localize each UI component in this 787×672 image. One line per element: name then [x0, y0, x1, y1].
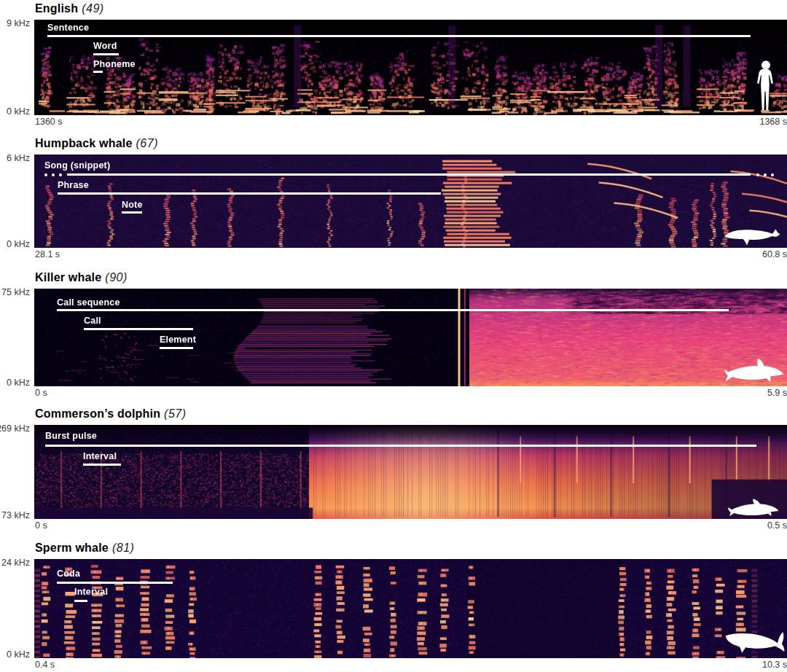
annotation-label-coda: Coda: [57, 569, 80, 579]
annotation-label-song-snippet-: Song (snippet): [44, 161, 110, 171]
panel-title: Humpback whale(67): [35, 137, 158, 150]
annotation-extent-line: [57, 309, 729, 311]
panel-title: Killer whale(90): [35, 271, 128, 284]
annotation-extent-line: [45, 445, 756, 447]
time-start-label: 1360 s: [35, 117, 63, 127]
annotation-extent-line: [93, 53, 119, 55]
annotation-label-note: Note: [122, 200, 143, 210]
y-axis-bottom-label: 0 kHz: [7, 106, 30, 117]
annotation-label-interval: Interval: [83, 452, 117, 461]
dolphin-silhouette-icon: [727, 499, 780, 516]
annotation-label-word: Word: [93, 42, 117, 51]
annotation-layer: SentenceWordPhoneme: [34, 20, 787, 115]
annotation-extent-line: [122, 211, 142, 214]
killer-whale-silhouette-icon: [724, 359, 785, 382]
panel-count: (57): [164, 407, 186, 420]
annotation-layer: CodaInterval: [34, 559, 787, 658]
annotation-label-burst-pulse: Burst pulse: [45, 431, 97, 441]
annotation-label-phrase: Phrase: [58, 181, 89, 190]
panel-count: (49): [82, 2, 103, 15]
panel-commersons-dolphin: Commerson’s dolphin(57) 269 kHz 73 kHz B…: [34, 425, 787, 519]
annotation-extent-line: [160, 347, 193, 349]
annotation-label-interval: Interval: [74, 587, 108, 597]
time-end-label: 1368 s: [759, 117, 787, 127]
panel-english: English(49) 9 kHz 0 kHz SentenceWordPhon…: [34, 20, 787, 115]
time-start-label: 0.4 s: [35, 660, 55, 670]
ellipsis-dot: [756, 173, 759, 176]
time-start-label: 0 s: [35, 520, 47, 531]
time-end-label: 60.8 s: [762, 249, 787, 259]
annotation-label-call: Call: [84, 316, 101, 326]
y-axis-bottom-label: 0 kHz: [7, 239, 30, 249]
annotation-label-element: Element: [160, 335, 196, 345]
spectrogram-comparison-figure: English(49) 9 kHz 0 kHz SentenceWordPhon…: [0, 0, 787, 672]
panel-title-text: Humpback whale: [35, 137, 133, 149]
y-axis-bottom-label: 0 kHz: [7, 649, 30, 660]
human-silhouette-icon: [755, 60, 777, 111]
annotation-extent-line: [83, 464, 121, 466]
annotation-label-call-sequence: Call sequence: [57, 298, 120, 308]
panel-title: Commerson’s dolphin(57): [35, 407, 187, 421]
panel-title-text: Commerson’s dolphin: [35, 407, 160, 420]
annotation-extent-line: [47, 35, 751, 37]
y-axis-top-label: 269 kHz: [0, 423, 30, 434]
annotation-layer: Song (snippet)PhraseNote: [34, 155, 787, 248]
annotation-extent-line: [74, 600, 87, 602]
ellipsis-dot: [52, 173, 55, 176]
annotation-label-phoneme: Phoneme: [93, 60, 136, 69]
y-axis-top-label: 9 kHz: [7, 18, 30, 28]
annotation-extent-line: [93, 71, 103, 73]
time-end-label: 10.3 s: [762, 660, 787, 670]
annotation-label-sentence: Sentence: [47, 23, 89, 33]
annotation-layer: Burst pulseInterval: [34, 425, 787, 519]
y-axis-top-label: 6 kHz: [7, 153, 30, 163]
ellipsis-dot: [764, 173, 767, 176]
ellipsis-dot: [44, 173, 47, 176]
y-axis-bottom-label: 0 kHz: [7, 378, 30, 388]
time-end-label: 5.9 s: [767, 388, 787, 398]
annotation-extent-line: [67, 173, 751, 176]
panel-title-text: Sperm whale: [35, 542, 109, 554]
annotation-extent-line: [57, 582, 173, 584]
panel-title-text: English: [35, 2, 78, 15]
time-end-label: 0.5 s: [767, 520, 787, 531]
time-start-label: 0 s: [35, 388, 47, 398]
panel-count: (67): [136, 137, 158, 149]
panel-title-text: Killer whale: [35, 271, 101, 284]
panel-title: Sperm whale(81): [35, 542, 134, 555]
sperm-whale-silhouette-icon: [724, 628, 785, 653]
humpback-whale-silhouette-icon: [724, 226, 782, 246]
panel-humpback-whale: Humpback whale(67) 6 kHz 0 kHz Song (sni…: [34, 155, 787, 248]
y-axis-top-label: 24 kHz: [1, 558, 30, 568]
time-start-label: 28.1 s: [35, 249, 60, 259]
panel-count: (81): [112, 542, 134, 554]
ellipsis-dot: [59, 173, 62, 176]
panel-sperm-whale: Sperm whale(81) 24 kHz 0 kHz CodaInterva…: [34, 559, 787, 658]
annotation-extent-line: [58, 192, 441, 195]
annotation-layer: Call sequenceCallElement: [34, 289, 787, 386]
annotation-extent-line: [84, 328, 193, 330]
panel-title: English(49): [35, 2, 104, 15]
panel-count: (90): [105, 271, 127, 284]
y-axis-top-label: 75 kHz: [1, 287, 30, 297]
y-axis-bottom-label: 73 kHz: [1, 510, 30, 520]
panel-killer-whale: Killer whale(90) 75 kHz 0 kHz Call seque…: [34, 289, 787, 386]
ellipsis-dot: [771, 173, 774, 176]
